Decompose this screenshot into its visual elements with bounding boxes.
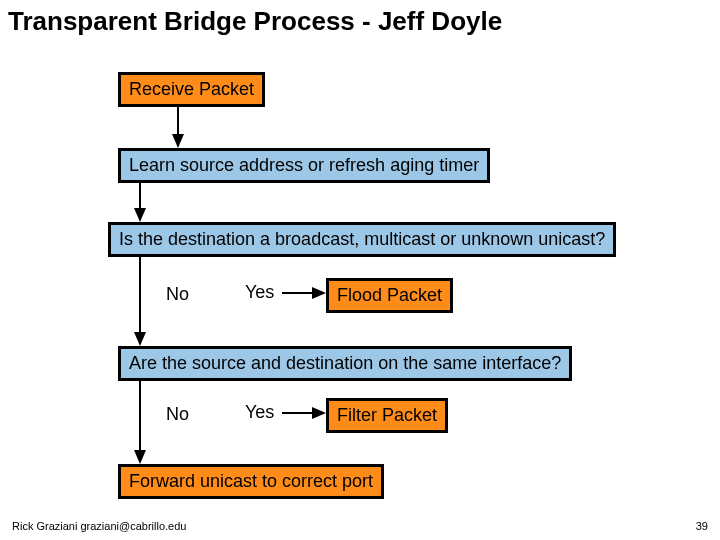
label-no-2: No: [166, 404, 189, 425]
label-no-1: No: [166, 284, 189, 305]
action-filter: Filter Packet: [326, 398, 448, 433]
step-forward: Forward unicast to correct port: [118, 464, 384, 499]
label-yes-1: Yes: [245, 282, 274, 303]
step-learn: Learn source address or refresh aging ti…: [118, 148, 490, 183]
page-title: Transparent Bridge Process - Jeff Doyle: [0, 0, 720, 37]
footer-page-number: 39: [696, 520, 708, 532]
decision-broadcast: Is the destination a broadcast, multicas…: [108, 222, 616, 257]
flow-arrows: [0, 0, 720, 540]
footer-author: Rick Graziani graziani@cabrillo.edu: [12, 520, 186, 532]
action-flood: Flood Packet: [326, 278, 453, 313]
decision-same-interface: Are the source and destination on the sa…: [118, 346, 572, 381]
label-yes-2: Yes: [245, 402, 274, 423]
step-receive: Receive Packet: [118, 72, 265, 107]
